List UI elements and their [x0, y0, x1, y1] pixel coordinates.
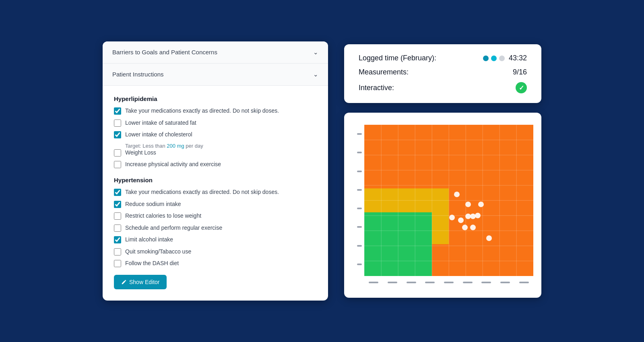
- logged-time-value-group: 43:32: [483, 54, 527, 62]
- data-point: [465, 202, 471, 207]
- list-item: Take your medications exactly as directe…: [114, 188, 317, 196]
- checkbox-ht6[interactable]: [114, 248, 121, 255]
- dot-2: [491, 56, 497, 61]
- hypertension-title: Hypertension: [114, 177, 317, 183]
- checkbox-ht2[interactable]: [114, 201, 121, 208]
- checkbox-ht3[interactable]: [114, 212, 121, 220]
- label-ht6: Quit smoking/Tabacco use: [125, 248, 191, 256]
- x-dash: [388, 282, 397, 283]
- chevron-down-icon-2: ⌄: [313, 71, 318, 78]
- logged-time-row: Logged time (February): 43:32: [359, 54, 527, 62]
- data-point: [470, 214, 476, 219]
- show-editor-label: Show Editor: [129, 279, 159, 285]
- accordion-barriers[interactable]: Barriers to Goals and Patient Concerns ⌄: [103, 41, 328, 64]
- label-hl4: Weight Loss: [125, 149, 156, 157]
- y-dash: [357, 264, 362, 265]
- checkbox-hl1[interactable]: [114, 107, 121, 115]
- chart-svg: [364, 125, 533, 276]
- y-dash: [357, 133, 362, 135]
- label-ht7: Follow the DASH diet: [125, 260, 179, 268]
- panel-content: Hyperlipidemia Take your medications exa…: [103, 86, 328, 301]
- x-dash: [444, 282, 454, 283]
- label-ht1: Take your medications exactly as directe…: [125, 188, 279, 196]
- data-point: [454, 192, 460, 197]
- interactive-label: Interactive:: [359, 84, 394, 92]
- y-axis: [356, 125, 363, 274]
- y-dash: [357, 171, 362, 172]
- stats-card: Logged time (February): 43:32 Measuremen…: [344, 44, 541, 103]
- list-item: Lower intake of cholesterol Target: Less…: [114, 131, 317, 149]
- chart-area: [356, 121, 533, 286]
- label-hl2: Lower intake of saturated fat: [125, 119, 196, 127]
- x-dash: [463, 282, 473, 283]
- target-text-hl3: Target: Less than 200 mg per day: [125, 143, 317, 149]
- show-editor-button[interactable]: Show Editor: [114, 275, 167, 289]
- interactive-row: Interactive:: [359, 82, 527, 93]
- x-axis: [364, 279, 533, 286]
- data-point: [465, 214, 471, 219]
- measurements-label: Measurements:: [359, 68, 409, 76]
- y-dash: [357, 226, 362, 228]
- chart-grid: [364, 125, 533, 276]
- list-item: Follow the DASH diet: [114, 260, 317, 268]
- data-point: [486, 235, 492, 241]
- y-dash: [357, 152, 362, 153]
- list-item: Weight Loss: [114, 149, 317, 157]
- list-item: Quit smoking/Tabacco use: [114, 248, 317, 256]
- chart-card: [344, 113, 541, 298]
- label-ht5: Limit alcohol intake: [125, 236, 173, 244]
- measurements-value: 9/16: [513, 68, 527, 76]
- checkbox-ht1[interactable]: [114, 189, 121, 196]
- list-item: Limit alcohol intake: [114, 236, 317, 244]
- data-point: [475, 213, 481, 218]
- label-hl1: Take your medications exactly as directe…: [125, 107, 279, 115]
- accordion-instructions-label: Patient Instructions: [112, 71, 164, 78]
- editor-icon: [121, 279, 127, 285]
- checkbox-hl5[interactable]: [114, 161, 121, 168]
- x-dash: [407, 282, 416, 283]
- data-point: [449, 215, 455, 220]
- chevron-down-icon: ⌄: [313, 49, 318, 56]
- list-item: Take your medications exactly as directe…: [114, 107, 317, 115]
- y-dash: [357, 208, 362, 209]
- list-item: Schedule and perform regular exercise: [114, 224, 317, 232]
- check-icon: [516, 82, 527, 93]
- data-point: [462, 225, 468, 230]
- data-point: [458, 218, 464, 223]
- logged-time-value: 43:32: [509, 54, 527, 62]
- x-dash: [481, 282, 491, 283]
- x-dash: [425, 282, 435, 283]
- right-panel: Logged time (February): 43:32 Measuremen…: [344, 44, 541, 298]
- checkbox-hl2[interactable]: [114, 119, 121, 127]
- data-point: [470, 225, 476, 230]
- logged-time-label: Logged time (February):: [359, 54, 436, 62]
- checkbox-ht5[interactable]: [114, 236, 121, 243]
- label-ht4: Schedule and perform regular exercise: [125, 224, 222, 232]
- y-dash: [357, 245, 362, 247]
- list-item: Reduce sodium intake: [114, 200, 317, 208]
- list-item: Increase physical activity and exercise: [114, 161, 317, 169]
- list-item: Lower intake of saturated fat: [114, 119, 317, 127]
- x-dash: [519, 282, 529, 283]
- accordion-barriers-label: Barriers to Goals and Patient Concerns: [112, 49, 217, 56]
- checkbox-hl3[interactable]: [114, 131, 121, 138]
- label-ht3: Restrict calories to lose weight: [125, 212, 201, 220]
- x-dash: [369, 282, 378, 283]
- time-dots: [483, 56, 505, 61]
- target-value-hl3: 200 mg: [167, 143, 184, 149]
- data-point: [478, 202, 484, 207]
- list-item: Restrict calories to lose weight: [114, 212, 317, 220]
- accordion-instructions[interactable]: Patient Instructions ⌄: [103, 64, 328, 86]
- label-ht2: Reduce sodium intake: [125, 200, 181, 208]
- measurements-row: Measurements: 9/16: [359, 68, 527, 76]
- x-dash: [500, 282, 510, 283]
- checkbox-ht7[interactable]: [114, 260, 121, 267]
- dot-3: [499, 56, 505, 61]
- checkbox-ht4[interactable]: [114, 225, 121, 232]
- left-panel: Barriers to Goals and Patient Concerns ⌄…: [103, 41, 328, 301]
- checkbox-hl4[interactable]: [114, 149, 121, 157]
- dot-1: [483, 56, 489, 61]
- label-hl3: Lower intake of cholesterol: [125, 131, 192, 139]
- y-dash: [357, 189, 362, 191]
- label-hl5: Increase physical activity and exercise: [125, 161, 221, 169]
